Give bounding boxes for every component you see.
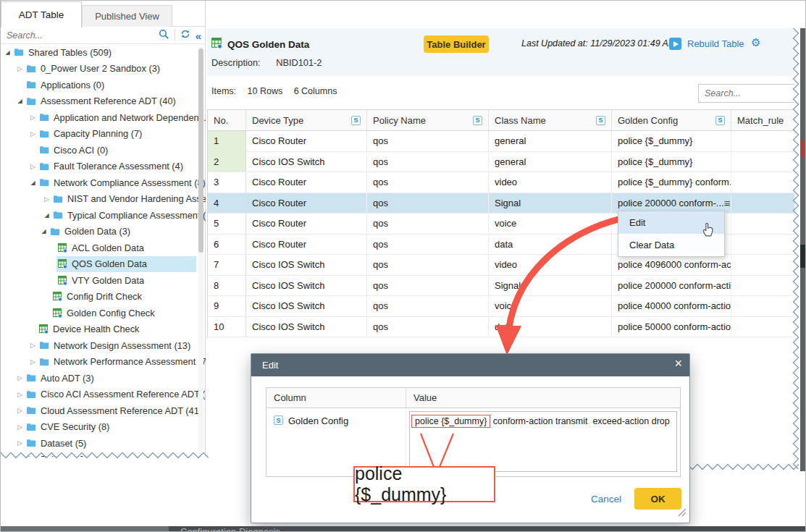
tree-collapsed-icon[interactable]: ▷ <box>15 423 25 431</box>
cell-match-rule[interactable] <box>731 214 800 234</box>
collapse-panel-icon[interactable]: « <box>196 30 201 41</box>
cell-no[interactable]: 9 <box>208 296 246 316</box>
sidebar-search-input[interactable] <box>1 30 159 41</box>
cell-policy-name[interactable]: qos <box>367 172 489 193</box>
cell-golden-config[interactable]: police {$_dummy} <box>612 131 731 151</box>
cell-device-type[interactable]: Cisco IOS Switch <box>246 276 367 296</box>
cell-match-rule[interactable] <box>731 172 800 193</box>
tree-collapsed-icon[interactable]: ▷ <box>15 374 25 381</box>
tree-expanded-icon[interactable]: ◢ <box>28 180 38 186</box>
cell-device-type[interactable]: Cisco Router <box>246 193 367 214</box>
cell-match-rule[interactable] <box>731 296 800 316</box>
cell-class-name[interactable]: Signal <box>489 193 612 214</box>
sort-icon[interactable]: S <box>596 116 605 125</box>
cell-device-type[interactable]: Cisco IOS Switch <box>246 296 367 316</box>
tree-item-vty-golden-data[interactable]: VTY Golden Data <box>1 272 206 289</box>
tree-item-fault-tolerance-assessment-4[interactable]: ▷Fault Tolerance Assessment (4) <box>1 159 206 175</box>
tree-item-network-compliance-assessment-8[interactable]: ◢Network Compliance Assessment (8) <box>1 174 206 191</box>
tree-item-cisco-aci-0[interactable]: Cisco ACI (0) <box>1 142 206 159</box>
tree-item-golden-data-3[interactable]: ◢Golden Data (3) <box>1 224 206 240</box>
close-icon[interactable]: × <box>674 356 682 371</box>
tree-item-config-drift-check[interactable]: Config Drift Check <box>1 289 206 305</box>
cell-policy-name[interactable]: qos <box>367 152 489 172</box>
cell-golden-config[interactable]: police {$_dummy} conform... <box>612 172 731 193</box>
cell-device-type[interactable]: Cisco Router <box>246 172 367 193</box>
tree-item-golden-config-check[interactable]: Golden Config Check <box>1 305 206 321</box>
cell-golden-config[interactable]: police 200000 conform-acti... <box>612 276 731 296</box>
table-row[interactable]: 9Cisco IOS Switchqosvoicepolice 40000 co… <box>208 296 800 317</box>
table-row[interactable]: 3Cisco Routerqosvideopolice {$_dummy} co… <box>208 172 800 193</box>
cell-match-rule[interactable] <box>731 152 800 172</box>
tree-item-shared-tables-509[interactable]: ◢Shared Tables (509) <box>1 44 206 61</box>
tree-collapsed-icon[interactable]: ▷ <box>28 163 38 170</box>
dialog-titlebar[interactable]: Edit × <box>251 354 689 376</box>
table-row[interactable]: 7Cisco IOS Switchqosvideopolice 4096000 … <box>208 255 800 276</box>
table-row[interactable]: 10Cisco IOS Switchqosdatapolice 50000 co… <box>208 317 800 338</box>
cell-policy-name[interactable]: qos <box>367 276 489 296</box>
cell-policy-name[interactable]: qos <box>367 131 489 151</box>
tree-collapsed-icon[interactable]: ▷ <box>15 391 25 398</box>
cell-policy-name[interactable]: qos <box>367 255 489 275</box>
refresh-icon[interactable] <box>180 29 190 42</box>
tree-expanded-icon[interactable]: ◢ <box>15 98 25 104</box>
cell-no[interactable]: 3 <box>208 172 246 193</box>
tree-expanded-icon[interactable]: ◢ <box>39 228 49 235</box>
resize-handle-icon[interactable] <box>679 507 687 520</box>
cell-class-name[interactable]: video <box>489 255 612 275</box>
col-header-class-name[interactable]: Class NameS <box>489 110 612 130</box>
sort-icon[interactable]: S <box>715 116 725 125</box>
cell-match-rule[interactable] <box>731 193 800 214</box>
sort-icon[interactable]: S <box>473 116 482 125</box>
tree-item-dataset-5[interactable]: ▷Dataset (5) <box>1 435 206 452</box>
cell-policy-name[interactable]: qos <box>367 193 489 214</box>
cell-no[interactable]: 1 <box>208 131 246 151</box>
tree-item-typical-compliance-assessment-5[interactable]: ◢Typical Compliance Assessment (5) <box>1 207 206 224</box>
tree-item-0-power-user-2-sandbox-3[interactable]: ▷0_Power User 2 Sandbox (3) <box>1 61 206 77</box>
tree-item-network-design-assessment-13[interactable]: ▷Network Design Assessment (13) <box>1 337 206 354</box>
cell-no[interactable]: 10 <box>208 317 246 337</box>
tree-item-nist-and-vendor-hardening-asses[interactable]: ▷NIST and Vendor Hardening Asses... <box>1 191 206 208</box>
table-builder-button[interactable]: Table Builder <box>424 35 489 53</box>
tree-item-network-performance-assessment-7[interactable]: ▷Network Performance Assessment (7) <box>1 354 206 371</box>
tree-item-cisco-aci-assessment-reference-adt-23[interactable]: ▷Cisco ACI Assessment Reference ADT (23) <box>1 387 206 403</box>
cell-no[interactable]: 8 <box>208 276 246 296</box>
tree-item-capacity-planning-7[interactable]: ▷Capacity Planning (7) <box>1 126 206 143</box>
tree-item-application-and-network-dependenc[interactable]: ▷Application and Network Dependenc... <box>1 109 206 126</box>
cell-device-type[interactable]: Cisco Router <box>246 235 367 255</box>
tab-published-view[interactable]: Published View <box>82 5 172 27</box>
table-row[interactable]: 1Cisco Routerqosgeneralpolice {$_dummy} <box>208 131 800 152</box>
ok-button[interactable]: OK <box>634 488 681 510</box>
col-header-device-type[interactable]: Device TypeS <box>246 110 367 130</box>
tree-expanded-icon[interactable]: ◢ <box>42 212 51 219</box>
table-search-input[interactable] <box>699 88 794 98</box>
cell-policy-name[interactable]: qos <box>367 296 489 316</box>
col-header-match-rule[interactable]: Match_rule <box>731 110 800 130</box>
cell-device-type[interactable]: Cisco IOS Switch <box>246 152 367 172</box>
rebuild-table-button[interactable]: Rebuild Table <box>687 38 744 49</box>
tree-collapsed-icon[interactable]: ▷ <box>28 358 38 366</box>
cell-class-name[interactable]: general <box>489 131 612 151</box>
tree-collapsed-icon[interactable]: ▷ <box>28 342 38 349</box>
run-icon[interactable] <box>669 38 681 50</box>
cell-device-type[interactable]: Cisco Router <box>246 214 367 234</box>
cell-class-name[interactable]: voice <box>489 214 612 234</box>
cell-class-name[interactable]: video <box>489 172 612 193</box>
tree-collapsed-icon[interactable]: ▷ <box>15 65 25 72</box>
tree-collapsed-icon[interactable]: ▷ <box>15 407 25 414</box>
cell-golden-config[interactable]: police 40000 conform-actio... <box>612 296 731 316</box>
cell-match-rule[interactable] <box>731 255 800 275</box>
search-icon[interactable] <box>159 29 169 43</box>
cell-class-name[interactable]: general <box>489 152 612 172</box>
cell-no[interactable]: 6 <box>208 235 246 255</box>
tree-collapsed-icon[interactable]: ▷ <box>28 130 38 138</box>
cell-device-type[interactable]: Cisco IOS Switch <box>246 255 367 275</box>
cell-golden-config[interactable]: police 200000 conform-...≡ <box>612 193 731 214</box>
tree-item-cve-security-8[interactable]: ▷CVE Security (8) <box>1 419 206 436</box>
sidebar-scrollbar[interactable] <box>198 47 203 452</box>
cell-class-name[interactable]: voice <box>489 296 612 316</box>
col-header-policy-name[interactable]: Policy NameS <box>367 110 489 130</box>
cell-match-rule[interactable] <box>731 317 800 337</box>
tree-collapsed-icon[interactable]: ▷ <box>15 439 25 447</box>
tree-item-acl-golden-data[interactable]: ACL Golden Data <box>1 240 206 256</box>
col-header-golden-config[interactable]: Golden ConfigS <box>612 110 731 130</box>
